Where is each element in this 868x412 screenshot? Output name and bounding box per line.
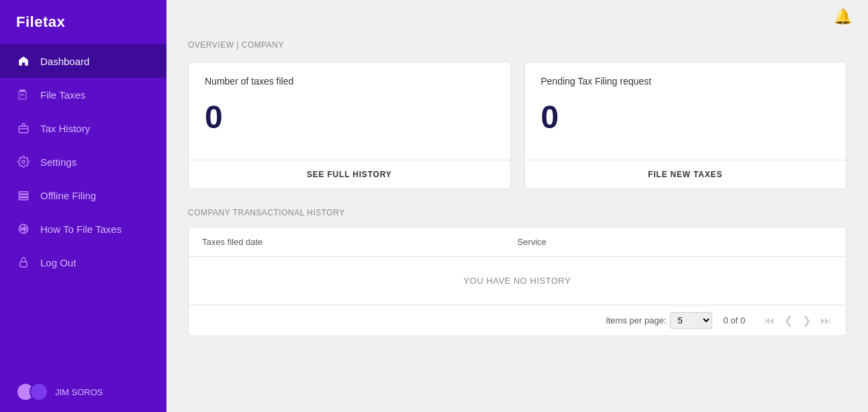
file-new-taxes-button[interactable]: FILE NEW TAXES [525,160,847,189]
sidebar-item-offline-filing[interactable]: Offline Filing [0,178,166,212]
column-header-date: Taxes filed date [202,237,518,247]
last-page-button[interactable]: ⏭ [816,313,835,328]
svg-rect-9 [20,262,28,267]
sidebar-item-file-taxes[interactable]: File Taxes [0,78,166,111]
user-name: JIM SOROS [55,387,103,397]
home-icon [16,54,31,68]
see-full-history-button[interactable]: SEE FULL HISTORY [189,160,510,189]
sidebar-item-label-offline-filing: Offline Filing [40,190,96,201]
svg-point-4 [22,160,26,164]
table-empty-message: YOU HAVE NO HISTORY [189,257,846,305]
card-value-pending-request: 0 [541,96,830,160]
items-per-page-select[interactable]: 5 10 25 50 [670,312,712,329]
card-pending-request: Pending Tax Filing request 0 FILE NEW TA… [524,62,847,189]
sidebar-item-label-file-taxes: File Taxes [40,89,85,101]
items-per-page-label: Items per page: [606,315,666,325]
svg-rect-5 [19,192,28,194]
bell-icon[interactable]: 🔔 [834,8,852,25]
sidebar-footer: JIM SOROS [0,372,166,412]
breadcrumb: OVERVIEW | COMPANY [188,40,847,50]
card-title-pending-request: Pending Tax Filing request [541,76,830,87]
sidebar-nav: Dashboard File Taxes Tax History Setting… [0,44,166,372]
main-content: 🔔 OVERVIEW | COMPANY Number of taxes fil… [166,0,868,412]
sidebar-item-dashboard[interactable]: Dashboard [0,44,166,78]
history-table: Taxes filed date Service YOU HAVE NO HIS… [188,227,847,336]
stack-icon [16,188,31,203]
document-icon [16,87,31,102]
sidebar-item-label-how-to-file-taxes: How To File Taxes [40,223,122,235]
card-taxes-filed: Number of taxes filed 0 SEE FULL HISTORY [188,62,511,189]
sidebar-item-tax-history[interactable]: Tax History [0,111,166,145]
items-per-page: Items per page: 5 10 25 50 [606,312,712,329]
sidebar-item-label-log-out: Log Out [40,257,76,268]
svg-rect-7 [19,198,28,200]
svg-rect-6 [19,195,28,197]
history-section-title: COMPANY TRANSACTIONAL HISTORY [188,208,847,217]
column-header-service: Service [518,237,833,247]
sidebar-item-label-settings: Settings [40,156,77,168]
svg-rect-2 [19,126,28,133]
card-value-taxes-filed: 0 [205,96,494,160]
prev-page-button[interactable]: ❮ [780,313,797,328]
table-header: Taxes filed date Service [189,227,846,257]
pagination-controls: ⏮ ❮ ❯ ⏭ [760,313,835,328]
globe-icon [16,221,31,236]
sidebar-item-how-to-file-taxes[interactable]: How To File Taxes [0,212,166,246]
page-count: 0 of 0 [723,315,745,325]
cards-row: Number of taxes filed 0 SEE FULL HISTORY… [188,62,847,189]
first-page-button[interactable]: ⏮ [760,313,779,328]
sidebar-item-settings[interactable]: Settings [0,145,166,178]
sidebar: Filetax Dashboard File Taxes Tax History [0,0,166,412]
sidebar-item-label-tax-history: Tax History [40,123,90,134]
lock-icon [16,255,31,270]
avatar-group [16,382,48,401]
next-page-button[interactable]: ❯ [798,313,815,328]
briefcase-icon [16,121,31,136]
gear-icon [16,154,31,169]
topbar: 🔔 [166,0,868,34]
card-title-taxes-filed: Number of taxes filed [205,76,494,87]
content-area: OVERVIEW | COMPANY Number of taxes filed… [166,34,868,352]
table-footer: Items per page: 5 10 25 50 0 of 0 ⏮ ❮ ❯ … [189,305,846,336]
sidebar-item-label-dashboard: Dashboard [40,56,89,67]
sidebar-item-log-out[interactable]: Log Out [0,246,166,279]
avatar [30,382,48,401]
app-logo: Filetax [0,0,166,44]
